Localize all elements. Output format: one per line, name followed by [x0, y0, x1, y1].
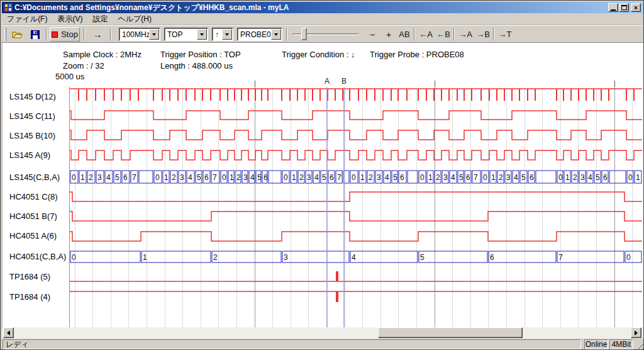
- zoom-in-button[interactable]: +: [382, 27, 396, 42]
- goto-trigger-button[interactable]: →T: [497, 27, 513, 42]
- trigger-probe-select[interactable]: PROBE00: [237, 28, 282, 41]
- wave-ls145-b: [70, 130, 642, 140]
- ls145-bus-value: 6: [123, 173, 128, 182]
- ls145-bus-cell: [609, 171, 626, 183]
- ls145-bus-value: 0: [155, 173, 160, 182]
- wave-hc4051-c: [70, 192, 642, 201]
- maximize-button[interactable]: [619, 3, 629, 12]
- ls145-bus-value: 2: [299, 173, 304, 182]
- ls145-bus-value: 4: [514, 173, 518, 182]
- statusbar: レディ Online 4MBit: [2, 339, 643, 349]
- wave-ls145-c: [70, 111, 642, 120]
- hc4051-bus-cell: [489, 251, 556, 262]
- toolbar: Stop → 100MHz TOP ↑ PROBE00 − + AB ←: [2, 25, 643, 43]
- wave-hc4051-b: [70, 212, 642, 221]
- ls145-bus-value: 3: [443, 173, 448, 182]
- dropdown-arrow-icon[interactable]: [222, 29, 232, 40]
- hc4051-bus-value: 4: [352, 253, 356, 262]
- ls145-bus-value: 3: [97, 173, 102, 182]
- ls145-bus-cell: [269, 171, 281, 183]
- sample-clock-select[interactable]: 100MHz: [119, 28, 160, 41]
- menu-file[interactable]: ファイル(F): [2, 13, 52, 26]
- ls145-bus-value: 4: [385, 173, 389, 182]
- ls145-bus-value: 1: [230, 173, 234, 182]
- move-b-right-button[interactable]: →B: [475, 27, 491, 42]
- ls145-bus-value: 0: [352, 173, 356, 182]
- minimize-button[interactable]: [608, 3, 618, 12]
- toolbar-separator: [46, 28, 47, 41]
- ls145-bus-value: 2: [436, 173, 440, 182]
- run-arrow-icon: →: [93, 29, 103, 40]
- ls145-bus-value: 7: [474, 173, 478, 182]
- trigger-edge-select[interactable]: ↑: [212, 28, 233, 41]
- toolbar-separator: [84, 28, 85, 41]
- ls145-bus-value: 6: [603, 173, 608, 182]
- ls145-bus-value: 6: [330, 173, 334, 182]
- ls145-bus-value: 0: [628, 173, 633, 182]
- zoom-ab-button[interactable]: AB: [397, 27, 412, 42]
- toolbar-grip: [4, 28, 6, 41]
- toolbar-separator: [286, 28, 287, 41]
- ls145-bus-value: 6: [530, 173, 534, 182]
- run-button[interactable]: →: [89, 27, 106, 42]
- ls145-bus-value: 0: [72, 173, 76, 182]
- ls145-bus-value: 5: [459, 173, 464, 182]
- ls145-bus-value: 5: [521, 173, 526, 182]
- ls145-bus-value: 5: [115, 173, 119, 182]
- move-a-left-button[interactable]: ←A: [418, 27, 434, 42]
- right-arrow-icon: [635, 330, 638, 336]
- slider-thumb[interactable]: [301, 28, 307, 40]
- stop-button[interactable]: Stop: [50, 27, 80, 42]
- stop-icon: [52, 31, 58, 38]
- tp1684-5-pulse: [336, 271, 338, 281]
- menu-help[interactable]: ヘルプ(H): [113, 13, 157, 26]
- hc4051-bus-value: 2: [213, 253, 218, 262]
- scroll-right-button[interactable]: [631, 327, 641, 338]
- tp1684-4-pulse: [336, 291, 338, 302]
- resize-grip[interactable]: [635, 341, 643, 349]
- ls145-bus-value: 1: [80, 173, 85, 182]
- dropdown-arrow-icon[interactable]: [271, 29, 281, 40]
- hc4051-bus-value: 7: [558, 253, 563, 262]
- trigger-position-select[interactable]: TOP: [164, 28, 208, 41]
- ls145-bus-value: 3: [580, 173, 585, 182]
- ls145-bus-value: 1: [565, 173, 570, 182]
- open-folder-icon: [12, 30, 23, 39]
- floppy-disk-icon: [31, 30, 40, 39]
- ls145-bus-value: 3: [377, 173, 381, 182]
- ls145-bus-value: 2: [573, 173, 577, 182]
- hc4051-bus-cell: [142, 251, 211, 262]
- scroll-left-button[interactable]: [3, 327, 14, 338]
- toolbar-separator: [414, 28, 415, 41]
- ls145-bus-value: 5: [322, 173, 326, 182]
- ls145-bus-value: 1: [428, 173, 433, 182]
- dropdown-arrow-icon[interactable]: [197, 29, 207, 40]
- zoom-slider[interactable]: [292, 28, 359, 41]
- save-button[interactable]: [27, 27, 43, 42]
- ls145-bus-value: 5: [393, 173, 397, 182]
- ls145-bus-value: 2: [369, 173, 373, 182]
- hc4051-bus-cell: [282, 251, 349, 262]
- ls145-bus-value: 6: [400, 173, 404, 182]
- toolbar-separator: [493, 28, 494, 41]
- ls145-bus-cell: [408, 171, 418, 183]
- scrollbar-thumb[interactable]: [378, 327, 523, 338]
- hc4051-bus-cell: [70, 251, 140, 262]
- menu-settings[interactable]: 設定: [87, 13, 113, 26]
- ls145-bus-value: 1: [292, 173, 296, 182]
- horizontal-scrollbar[interactable]: [2, 327, 643, 339]
- move-a-right-button[interactable]: →A: [457, 27, 474, 42]
- ls145-bus-value: 0: [420, 173, 425, 182]
- move-b-left-button[interactable]: ←B: [435, 27, 452, 42]
- close-button[interactable]: ×: [631, 3, 641, 12]
- open-file-button[interactable]: [9, 27, 26, 42]
- menubar: ファイル(F) 表示(V) 設定 ヘルプ(H): [2, 13, 643, 25]
- ls145-bus-value: 7: [132, 173, 136, 182]
- menu-view[interactable]: 表示(V): [52, 13, 87, 26]
- left-arrow-icon: [7, 330, 10, 336]
- titlebar[interactable]: C:¥Documents and Settings¥noname¥デスクトップ¥…: [2, 2, 643, 13]
- app-icon: [4, 3, 13, 12]
- zoom-out-button[interactable]: −: [365, 27, 379, 42]
- hc4051-bus-value: 1: [143, 253, 147, 262]
- dropdown-arrow-icon[interactable]: [149, 29, 159, 40]
